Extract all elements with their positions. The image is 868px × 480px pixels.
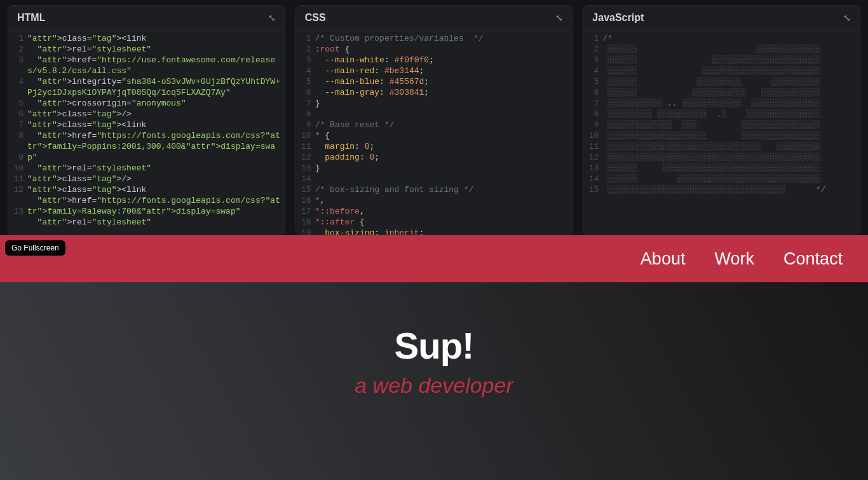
collapse-icon[interactable]: ⤡ bbox=[555, 13, 563, 23]
css-code[interactable]: /* Custom properties/variables */:root {… bbox=[315, 31, 573, 235]
js-panel-title: JavaScript bbox=[592, 12, 644, 24]
html-panel-header: HTML ⤡ bbox=[8, 6, 285, 31]
hero-subtitle: a web developer bbox=[355, 373, 513, 398]
html-code[interactable]: "attr">class="tag"><link "attr">rel="sty… bbox=[27, 31, 285, 235]
css-gutter: 12345678910111213141516171819 bbox=[296, 31, 315, 235]
preview-nav: About Work Contact bbox=[0, 235, 868, 282]
css-panel-header: CSS ⤡ bbox=[296, 6, 573, 31]
nav-link-about[interactable]: About bbox=[641, 249, 686, 269]
js-gutter: 123456789101112131415 bbox=[583, 31, 602, 235]
js-panel: JavaScript ⤡ 123456789101112131415 /* ░░… bbox=[583, 5, 860, 235]
html-panel-title: HTML bbox=[17, 12, 45, 24]
collapse-icon[interactable]: ⤡ bbox=[268, 13, 276, 23]
preview-pane: Go Fullscreen About Work Contact Sup! a … bbox=[0, 235, 868, 480]
html-panel: HTML ⤡ 123 4 5678 9101112 13 "attr">clas… bbox=[8, 5, 285, 235]
js-code[interactable]: /* ░░░░░░ ░░░░░░░░░░░░░ ░░░░░░ ░░░░░░░░░… bbox=[602, 31, 860, 235]
preview-hero: Sup! a web developer bbox=[0, 282, 868, 480]
fullscreen-button[interactable]: Go Fullscreen bbox=[5, 240, 65, 256]
collapse-icon[interactable]: ⤡ bbox=[843, 13, 851, 23]
js-editor[interactable]: 123456789101112131415 /* ░░░░░░ ░░░░░░░░… bbox=[583, 31, 860, 235]
editor-panels: HTML ⤡ 123 4 5678 9101112 13 "attr">clas… bbox=[0, 0, 868, 235]
nav-link-contact[interactable]: Contact bbox=[783, 249, 843, 269]
hero-title: Sup! bbox=[395, 324, 474, 367]
nav-link-work[interactable]: Work bbox=[714, 249, 754, 269]
css-panel: CSS ⤡ 12345678910111213141516171819 /* C… bbox=[295, 5, 573, 235]
js-panel-header: JavaScript ⤡ bbox=[583, 6, 860, 31]
html-gutter: 123 4 5678 9101112 13 bbox=[8, 31, 27, 235]
css-editor[interactable]: 12345678910111213141516171819 /* Custom … bbox=[296, 31, 573, 235]
css-panel-title: CSS bbox=[305, 12, 326, 24]
html-editor[interactable]: 123 4 5678 9101112 13 "attr">class="tag"… bbox=[8, 31, 285, 235]
